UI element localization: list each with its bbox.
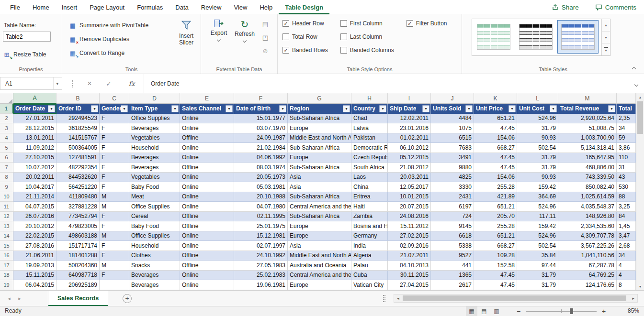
cell-H-16[interactable]: Algeria bbox=[351, 251, 388, 261]
collapse-ribbon-button[interactable] bbox=[630, 64, 638, 72]
cell-I-6[interactable]: 05.12.2015 bbox=[388, 153, 431, 163]
cell-H-2[interactable]: Chad bbox=[351, 114, 388, 124]
cell-J-18[interactable]: 1365 bbox=[431, 271, 474, 281]
cell-D-16[interactable]: Clothes bbox=[129, 251, 180, 261]
formula-input[interactable]: Order Date bbox=[144, 74, 630, 93]
cell-C-17[interactable]: M bbox=[100, 261, 129, 271]
cell-K-17[interactable]: 152.58 bbox=[474, 261, 517, 271]
row-header-3[interactable]: 3 bbox=[0, 123, 13, 133]
cell-I-7[interactable]: 21.08.2012 bbox=[388, 163, 431, 173]
table-header-ship-date[interactable]: Ship Date▾ bbox=[388, 104, 431, 114]
cell-D-12[interactable]: Cereal bbox=[129, 212, 180, 222]
cell-L-6[interactable]: 31.79 bbox=[517, 153, 558, 163]
cell-J-2[interactable]: 4484 bbox=[431, 114, 474, 124]
cell-D-5[interactable]: Household bbox=[129, 143, 180, 153]
cell-G-6[interactable]: Europe bbox=[288, 153, 351, 163]
cell-B-10[interactable]: 411809480 bbox=[56, 192, 100, 202]
cell-B-18[interactable]: 640987718 bbox=[56, 271, 100, 281]
cell-A-17[interactable]: 19.09.2013 bbox=[13, 261, 56, 271]
cell-H-11[interactable]: Haiti bbox=[351, 202, 388, 212]
table-header-unit-price[interactable]: Unit Price▾ bbox=[474, 104, 517, 114]
cell-F-13[interactable]: 25.01.1975 bbox=[234, 221, 288, 231]
cell-D-14[interactable]: Office Supplies bbox=[129, 231, 180, 241]
cell-I-16[interactable]: 21.07.2011 bbox=[388, 251, 431, 261]
column-header-A[interactable]: A bbox=[13, 93, 56, 104]
cell-N-15[interactable]: 2,68 bbox=[617, 241, 636, 251]
cell-F-17[interactable]: 27.05.1983 bbox=[234, 261, 288, 271]
cell-A-14[interactable]: 22.02.2015 bbox=[13, 231, 56, 241]
cell-F-3[interactable]: 03.07.1970 bbox=[234, 123, 288, 133]
table-header-unit-cost[interactable]: Unit Cost▾ bbox=[517, 104, 558, 114]
checkbox-banded-columns[interactable]: Banded Columns bbox=[340, 46, 394, 54]
cell-K-4[interactable]: 154.06 bbox=[474, 133, 517, 143]
row-header-17[interactable]: 17 bbox=[0, 261, 13, 271]
gallery-more-icon[interactable]: ▾ bbox=[602, 44, 610, 55]
cell-K-9[interactable]: 255.28 bbox=[474, 182, 517, 192]
insert-slicer-button[interactable]: Insert Slicer bbox=[173, 19, 199, 46]
cell-A-2[interactable]: 27.01.2011 bbox=[13, 114, 56, 124]
cell-N-11[interactable]: 3,25 bbox=[617, 202, 636, 212]
cell-D-9[interactable]: Baby Food bbox=[129, 182, 180, 192]
cell-C-9[interactable]: F bbox=[100, 182, 129, 192]
cell-J-15[interactable]: 5338 bbox=[431, 241, 474, 251]
cell-L-18[interactable]: 31.79 bbox=[517, 271, 558, 281]
cell-A-9[interactable]: 10.04.2017 bbox=[13, 182, 56, 192]
table-style-thumbnail-dark[interactable] bbox=[515, 20, 556, 54]
cell-E-8[interactable]: Online bbox=[180, 173, 234, 183]
cell-E-17[interactable]: Offline bbox=[180, 261, 234, 271]
cell-F-14[interactable]: 15.12.1981 bbox=[234, 231, 288, 241]
tab-area-grip[interactable] bbox=[383, 295, 385, 302]
cell-E-13[interactable]: Offline bbox=[180, 221, 234, 231]
formula-bar-grip[interactable] bbox=[72, 80, 73, 87]
cell-D-6[interactable]: Beverages bbox=[129, 153, 180, 163]
cell-D-19[interactable]: Beverages bbox=[129, 280, 180, 290]
open-in-browser-icon[interactable]: ◳ bbox=[261, 33, 269, 41]
cell-N-9[interactable]: 530 bbox=[617, 182, 636, 192]
cell-F-4[interactable]: 24.09.1987 bbox=[234, 133, 288, 143]
cell-F-5[interactable]: 21.02.1984 bbox=[234, 143, 288, 153]
column-header-K[interactable]: K bbox=[474, 93, 517, 104]
cell-B-9[interactable]: 564251220 bbox=[56, 182, 100, 192]
sheet-nav-left-icon[interactable]: ◂ bbox=[4, 291, 14, 306]
cell-G-15[interactable]: Asia bbox=[288, 241, 351, 251]
cell-I-11[interactable]: 20.07.2015 bbox=[388, 202, 431, 212]
cell-J-10[interactable]: 2431 bbox=[431, 192, 474, 202]
cell-N-13[interactable]: 1,45 bbox=[617, 221, 636, 231]
cell-K-8[interactable]: 154.06 bbox=[474, 173, 517, 183]
filter-dropdown-icon[interactable]: ▾ bbox=[48, 105, 55, 112]
cell-G-9[interactable]: Asia bbox=[288, 182, 351, 192]
cell-A-4[interactable]: 13.01.2011 bbox=[13, 133, 56, 143]
cell-C-6[interactable]: F bbox=[100, 153, 129, 163]
cell-D-2[interactable]: Office Supplies bbox=[129, 114, 180, 124]
cell-I-14[interactable]: 27.02.2015 bbox=[388, 231, 431, 241]
cell-A-15[interactable]: 27.08.2016 bbox=[13, 241, 56, 251]
vertical-scrollbar[interactable]: ▴ ▾ bbox=[636, 93, 644, 290]
cell-J-16[interactable]: 9527 bbox=[431, 251, 474, 261]
filter-dropdown-icon[interactable]: ▾ bbox=[422, 105, 429, 112]
cell-M-11[interactable]: 4,035,548.37 bbox=[558, 202, 617, 212]
cell-L-10[interactable]: 364.69 bbox=[517, 192, 558, 202]
cell-E-12[interactable]: Offline bbox=[180, 212, 234, 222]
table-name-input[interactable] bbox=[3, 32, 51, 42]
cell-N-12[interactable]: 84 bbox=[617, 212, 636, 222]
cell-M-12[interactable]: 148,926.80 bbox=[558, 212, 617, 222]
cell-N-18[interactable]: 4 bbox=[617, 271, 636, 281]
cell-H-3[interactable]: Latvia bbox=[351, 123, 388, 133]
cell-A-10[interactable]: 21.11.2014 bbox=[13, 192, 56, 202]
cell-H-6[interactable]: Czech Republic bbox=[351, 153, 388, 163]
tab-view[interactable]: View bbox=[227, 0, 253, 14]
cell-K-7[interactable]: 47.45 bbox=[474, 163, 517, 173]
cell-I-4[interactable]: 01.02.2011 bbox=[388, 133, 431, 143]
cell-H-12[interactable]: Zambia bbox=[351, 212, 388, 222]
scroll-right-icon[interactable]: ▸ bbox=[629, 294, 637, 302]
cell-D-17[interactable]: Snacks bbox=[129, 261, 180, 271]
row-header-9[interactable]: 9 bbox=[0, 182, 13, 192]
cell-B-14[interactable]: 498603188 bbox=[56, 231, 100, 241]
cell-M-10[interactable]: 1,025,614.59 bbox=[558, 192, 617, 202]
column-header-clipped[interactable] bbox=[617, 93, 636, 104]
cell-N-10[interactable]: 88 bbox=[617, 192, 636, 202]
row-header-2[interactable]: 2 bbox=[0, 114, 13, 124]
row-header-1[interactable]: 1 bbox=[0, 104, 13, 114]
new-sheet-button[interactable]: + bbox=[123, 294, 132, 303]
column-header-D[interactable]: D bbox=[129, 93, 180, 104]
